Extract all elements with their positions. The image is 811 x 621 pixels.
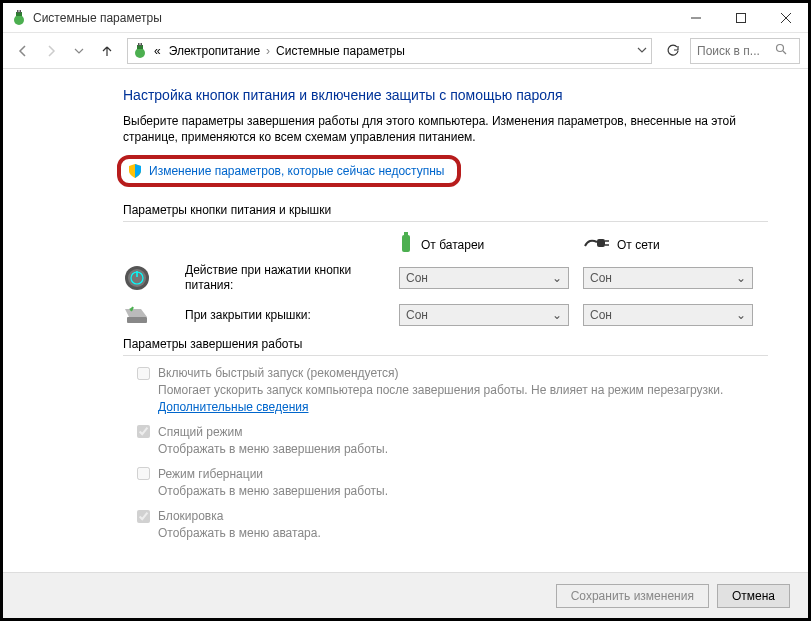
svg-rect-23 bbox=[127, 317, 147, 323]
search-icon bbox=[775, 43, 787, 58]
lid-close-label: При закрытии крышки: bbox=[185, 308, 385, 323]
lid-close-battery-select[interactable]: Сон⌄ bbox=[399, 304, 569, 326]
lid-close-plugged-select[interactable]: Сон⌄ bbox=[583, 304, 753, 326]
svg-rect-5 bbox=[736, 13, 745, 22]
power-plan-icon bbox=[11, 10, 27, 26]
search-input[interactable] bbox=[697, 44, 769, 58]
section-shutdown: Параметры завершения работы bbox=[123, 337, 768, 351]
footer: Сохранить изменения Отмена bbox=[3, 572, 808, 618]
fast-startup-label: Включить быстрый запуск (рекомендуется) bbox=[158, 366, 399, 380]
unlock-settings-link[interactable]: Изменение параметров, которые сейчас нед… bbox=[149, 164, 445, 178]
plug-icon bbox=[583, 236, 609, 253]
power-button-battery-select[interactable]: Сон⌄ bbox=[399, 267, 569, 289]
option-sleep: Спящий режим Отображать в меню завершени… bbox=[137, 425, 768, 457]
svg-rect-2 bbox=[17, 10, 19, 13]
svg-rect-14 bbox=[402, 235, 410, 252]
window: Системные параметры « Электропитание › С… bbox=[0, 0, 811, 621]
save-button[interactable]: Сохранить изменения bbox=[556, 584, 709, 608]
sleep-label: Спящий режим bbox=[158, 425, 242, 439]
fast-startup-desc: Помогает ускорить запуск компьютера посл… bbox=[158, 382, 768, 414]
option-lock: Блокировка Отображать в меню аватара. bbox=[137, 509, 768, 541]
fast-startup-checkbox[interactable] bbox=[137, 367, 150, 380]
forward-button[interactable] bbox=[39, 39, 63, 63]
minimize-button[interactable] bbox=[673, 3, 718, 32]
svg-rect-3 bbox=[20, 10, 22, 13]
breadcrumb-item[interactable]: Электропитание bbox=[167, 44, 262, 58]
svg-point-8 bbox=[135, 48, 145, 58]
svg-rect-15 bbox=[404, 232, 408, 235]
svg-rect-10 bbox=[138, 43, 140, 46]
window-buttons bbox=[673, 3, 808, 32]
column-plugged-label: От сети bbox=[617, 238, 660, 252]
chevron-right-icon: › bbox=[266, 44, 270, 58]
page-title: Настройка кнопок питания и включение защ… bbox=[123, 87, 768, 103]
lock-checkbox[interactable] bbox=[137, 510, 150, 523]
svg-point-0 bbox=[14, 15, 24, 25]
power-button-icon bbox=[123, 264, 151, 292]
hibernate-desc: Отображать в меню завершения работы. bbox=[158, 483, 768, 499]
recent-dropdown[interactable] bbox=[67, 39, 91, 63]
svg-rect-9 bbox=[137, 45, 143, 49]
lid-close-row: При закрытии крышки: Сон⌄ Сон⌄ bbox=[123, 301, 768, 329]
maximize-button[interactable] bbox=[718, 3, 763, 32]
breadcrumb-item[interactable]: Системные параметры bbox=[274, 44, 407, 58]
content-area: Настройка кнопок питания и включение защ… bbox=[3, 69, 808, 572]
cancel-button[interactable]: Отмена bbox=[717, 584, 790, 608]
svg-rect-11 bbox=[141, 43, 143, 46]
svg-rect-1 bbox=[16, 12, 22, 16]
breadcrumb-prefix: « bbox=[152, 44, 163, 58]
breadcrumb[interactable]: « Электропитание › Системные параметры bbox=[127, 38, 652, 64]
chevron-down-icon: ⌄ bbox=[736, 308, 746, 322]
page-description: Выберите параметры завершения работы для… bbox=[123, 113, 768, 145]
option-hibernate: Режим гибернации Отображать в меню завер… bbox=[137, 467, 768, 499]
option-fast-startup: Включить быстрый запуск (рекомендуется) … bbox=[137, 366, 768, 414]
shutdown-options: Включить быстрый запуск (рекомендуется) … bbox=[123, 366, 768, 541]
lock-desc: Отображать в меню аватара. bbox=[158, 525, 768, 541]
svg-point-12 bbox=[777, 45, 784, 52]
svg-line-13 bbox=[783, 51, 786, 54]
section-divider bbox=[123, 221, 768, 222]
hibernate-label: Режим гибернации bbox=[158, 467, 263, 481]
refresh-button[interactable] bbox=[660, 38, 686, 64]
power-button-plugged-select[interactable]: Сон⌄ bbox=[583, 267, 753, 289]
hibernate-checkbox[interactable] bbox=[137, 467, 150, 480]
chevron-down-icon: ⌄ bbox=[552, 271, 562, 285]
power-button-label: Действие при нажатии кнопки питания: bbox=[185, 263, 385, 293]
section-divider bbox=[123, 355, 768, 356]
chevron-down-icon[interactable] bbox=[637, 44, 647, 58]
svg-rect-16 bbox=[597, 239, 605, 247]
close-button[interactable] bbox=[763, 3, 808, 32]
chevron-down-icon: ⌄ bbox=[552, 308, 562, 322]
titlebar: Системные параметры bbox=[3, 3, 808, 33]
power-button-row: Действие при нажатии кнопки питания: Сон… bbox=[123, 263, 768, 293]
battery-icon bbox=[399, 232, 413, 257]
window-title: Системные параметры bbox=[33, 11, 673, 25]
power-plan-icon bbox=[132, 43, 148, 59]
column-battery-label: От батареи bbox=[421, 238, 484, 252]
back-button[interactable] bbox=[11, 39, 35, 63]
chevron-down-icon: ⌄ bbox=[736, 271, 746, 285]
up-button[interactable] bbox=[95, 39, 119, 63]
sleep-desc: Отображать в меню завершения работы. bbox=[158, 441, 768, 457]
section-buttons-lid: Параметры кнопки питания и крышки bbox=[123, 203, 768, 217]
unlock-settings-highlight: Изменение параметров, которые сейчас нед… bbox=[117, 155, 461, 187]
fast-startup-more-link[interactable]: Дополнительные сведения bbox=[158, 400, 308, 414]
lock-label: Блокировка bbox=[158, 509, 223, 523]
shield-icon bbox=[127, 163, 143, 179]
sleep-checkbox[interactable] bbox=[137, 425, 150, 438]
power-columns-header: От батареи От сети bbox=[123, 232, 768, 257]
search-box[interactable] bbox=[690, 38, 800, 64]
lid-close-icon bbox=[123, 301, 151, 329]
navbar: « Электропитание › Системные параметры bbox=[3, 33, 808, 69]
